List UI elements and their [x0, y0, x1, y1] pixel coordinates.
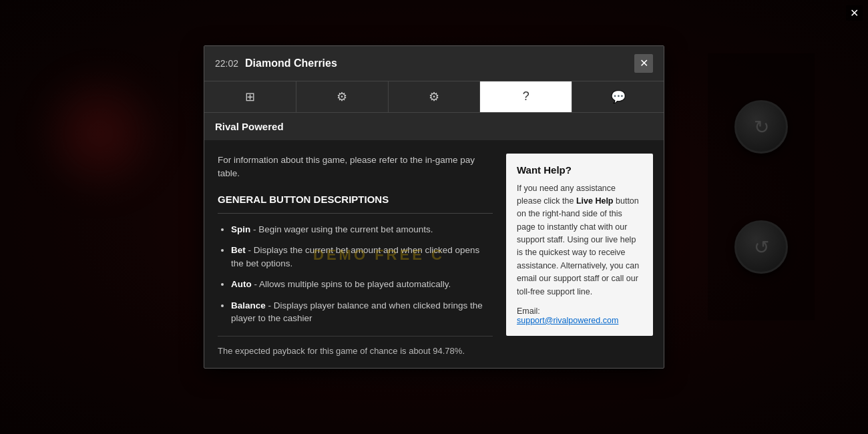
modal-title: Diamond Cherries	[245, 57, 337, 69]
screen-close-button[interactable]: ✕	[846, 5, 863, 21]
bet-desc: - Displays the current bet amount and wh…	[231, 245, 479, 268]
section-header-text: Rival Powered	[215, 121, 284, 132]
main-content[interactable]: DEMO FREE C For information about this g…	[204, 140, 506, 369]
help-icon: ?	[523, 89, 529, 103]
settings-icon: ⚙	[429, 89, 439, 104]
balance-desc: - Displays player balance and when click…	[231, 300, 483, 324]
spin-desc: - Begin wager using the current bet amou…	[253, 224, 433, 234]
autoplay-icon: ⚙	[337, 89, 347, 104]
help-body-suffix: button on the right-hand side of this pa…	[517, 196, 639, 296]
intro-text: For information about this game, please …	[218, 154, 493, 181]
payback-text: The expected payback for this game of ch…	[218, 336, 493, 358]
modal-overlay: 22:02 Diamond Cherries ✕ ⊞ ⚙ ⚙ ? 💬	[0, 0, 868, 434]
tab-help[interactable]: ?	[480, 81, 572, 112]
general-button-title: GENERAL BUTTON DESCRIPTIONS	[218, 192, 493, 208]
email-label-text: Email:	[517, 306, 540, 316]
modal-close-button[interactable]: ✕	[634, 54, 653, 73]
tab-paytable[interactable]: ⊞	[204, 81, 296, 112]
section-header: Rival Powered	[204, 113, 664, 140]
help-box: Want Help? If you need any assistance pl…	[506, 154, 653, 336]
divider	[218, 213, 493, 214]
email-label: Email:	[517, 306, 642, 316]
auto-label: Auto	[231, 279, 252, 289]
modal-content-area: DEMO FREE C For information about this g…	[204, 140, 664, 369]
tab-settings[interactable]: ⚙	[389, 81, 481, 112]
balance-label: Balance	[231, 300, 266, 310]
tab-autoplay[interactable]: ⚙	[296, 81, 389, 112]
email-link[interactable]: support@rivalpowered.com	[517, 316, 642, 325]
spin-label: Spin	[231, 224, 250, 234]
bet-label: Bet	[231, 245, 246, 255]
live-help-link[interactable]: Live Help	[576, 196, 614, 206]
button-descriptions-list: Spin - Begin wager using the current bet…	[218, 223, 493, 325]
modal-time: 22:02	[215, 58, 238, 69]
paytable-icon: ⊞	[245, 89, 255, 104]
tab-chat[interactable]: 💬	[572, 81, 664, 112]
tab-bar: ⊞ ⚙ ⚙ ? 💬	[204, 81, 664, 113]
list-item-auto: Auto - Allows multiple spins to be playe…	[231, 278, 493, 291]
list-item-balance: Balance - Displays player balance and wh…	[231, 299, 493, 325]
help-box-title: Want Help?	[517, 164, 642, 176]
help-box-body: If you need any assistance please click …	[517, 182, 642, 298]
chat-icon: 💬	[611, 89, 626, 104]
list-item-bet: Bet - Displays the current bet amount an…	[231, 244, 493, 270]
auto-desc: - Allows multiple spins to be played aut…	[254, 279, 451, 289]
modal-header: 22:02 Diamond Cherries ✕	[204, 46, 664, 81]
help-modal: 22:02 Diamond Cherries ✕ ⊞ ⚙ ⚙ ? 💬	[204, 45, 664, 369]
modal-title-area: 22:02 Diamond Cherries	[215, 57, 337, 69]
list-item-spin: Spin - Begin wager using the current bet…	[231, 223, 493, 236]
